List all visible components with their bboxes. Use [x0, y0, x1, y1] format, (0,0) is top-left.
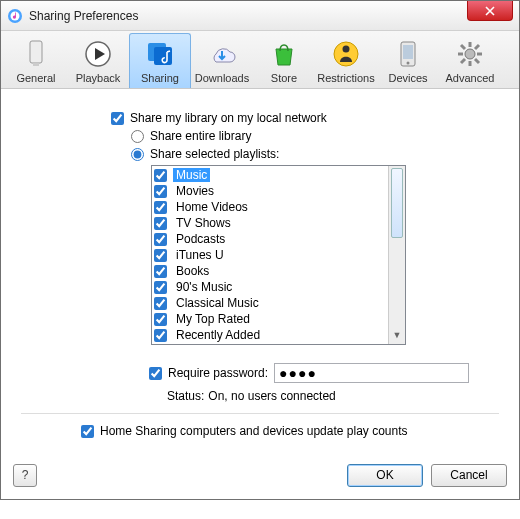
- tab-advanced[interactable]: Advanced: [439, 33, 501, 88]
- svg-rect-10: [403, 45, 413, 59]
- svg-rect-2: [30, 41, 42, 63]
- playlist-checkbox[interactable]: [154, 265, 167, 278]
- scroll-down-icon[interactable]: ▼: [389, 327, 405, 344]
- playlist-label: 90's Music: [173, 280, 235, 294]
- svg-point-8: [343, 46, 350, 53]
- ok-button[interactable]: OK: [347, 464, 423, 487]
- require-password-label: Require password:: [168, 366, 268, 380]
- sharing-icon: [144, 38, 176, 70]
- list-item[interactable]: Home Videos: [154, 199, 403, 215]
- playlist-label: Books: [173, 264, 212, 278]
- titlebar: Sharing Preferences: [1, 1, 519, 31]
- svg-rect-3: [33, 63, 39, 66]
- list-item[interactable]: Music: [154, 167, 403, 183]
- playlist-label: Podcasts: [173, 232, 228, 246]
- divider: [21, 413, 499, 414]
- close-button[interactable]: [467, 1, 513, 21]
- list-item[interactable]: 90's Music: [154, 279, 403, 295]
- tab-general[interactable]: General: [5, 33, 67, 88]
- tab-label: Sharing: [130, 72, 190, 84]
- list-item[interactable]: TV Shows: [154, 215, 403, 231]
- tab-downloads[interactable]: Downloads: [191, 33, 253, 88]
- playlist-label: Movies: [173, 184, 217, 198]
- tab-restrictions[interactable]: Restrictions: [315, 33, 377, 88]
- list-item[interactable]: Recently Added: [154, 327, 403, 343]
- status-label: Status:: [167, 389, 204, 403]
- advanced-icon: [454, 38, 486, 70]
- tab-label: Restrictions: [316, 72, 376, 84]
- list-item[interactable]: Movies: [154, 183, 403, 199]
- playlist-checkbox[interactable]: [154, 313, 167, 326]
- footer: ? OK Cancel: [1, 456, 519, 499]
- tab-store[interactable]: Store: [253, 33, 315, 88]
- playlist-checkbox[interactable]: [154, 185, 167, 198]
- playlist-checkbox[interactable]: [154, 329, 167, 342]
- svg-point-11: [407, 62, 410, 65]
- share-selected-label: Share selected playlists:: [150, 147, 279, 161]
- store-icon: [268, 38, 300, 70]
- tab-label: General: [6, 72, 66, 84]
- tab-playback[interactable]: Playback: [67, 33, 129, 88]
- playlist-label: My Top Rated: [173, 312, 253, 326]
- content-pane: Share my library on my local network Sha…: [1, 89, 519, 456]
- playlist-label: TV Shows: [173, 216, 234, 230]
- playlist-label: Classical Music: [173, 296, 262, 310]
- home-sharing-label: Home Sharing computers and devices updat…: [100, 424, 408, 438]
- password-field[interactable]: [274, 363, 469, 383]
- share-selected-radio[interactable]: [131, 148, 144, 161]
- tab-bar: General Playback Sharing Downloads Store: [1, 31, 519, 89]
- itunes-icon: [7, 8, 23, 24]
- tab-label: Store: [254, 72, 314, 84]
- list-item[interactable]: My Top Rated: [154, 311, 403, 327]
- playlist-checkbox[interactable]: [154, 169, 167, 182]
- cancel-button[interactable]: Cancel: [431, 464, 507, 487]
- playlist-checkbox[interactable]: [154, 297, 167, 310]
- svg-line-20: [461, 59, 465, 63]
- tab-label: Playback: [68, 72, 128, 84]
- svg-line-19: [475, 45, 479, 49]
- status-value: On, no users connected: [208, 389, 335, 403]
- restrictions-icon: [330, 38, 362, 70]
- home-sharing-checkbox[interactable]: [81, 425, 94, 438]
- scroll-thumb[interactable]: [391, 168, 403, 238]
- svg-line-18: [475, 59, 479, 63]
- playlist-list[interactable]: MusicMoviesHome VideosTV ShowsPodcastsiT…: [151, 165, 406, 345]
- list-item[interactable]: Classical Music: [154, 295, 403, 311]
- share-library-checkbox[interactable]: [111, 112, 124, 125]
- devices-icon: [392, 38, 424, 70]
- list-item[interactable]: Podcasts: [154, 231, 403, 247]
- playlist-checkbox[interactable]: [154, 201, 167, 214]
- playlist-checkbox[interactable]: [154, 217, 167, 230]
- share-entire-radio[interactable]: [131, 130, 144, 143]
- help-button[interactable]: ?: [13, 464, 37, 487]
- tab-label: Advanced: [440, 72, 500, 84]
- general-icon: [20, 38, 52, 70]
- list-item[interactable]: Books: [154, 263, 403, 279]
- require-password-checkbox[interactable]: [149, 367, 162, 380]
- playlist-checkbox[interactable]: [154, 281, 167, 294]
- svg-line-17: [461, 45, 465, 49]
- window-title: Sharing Preferences: [29, 9, 138, 23]
- playlist-label: Home Videos: [173, 200, 251, 214]
- tab-devices[interactable]: Devices: [377, 33, 439, 88]
- tab-sharing[interactable]: Sharing: [129, 33, 191, 88]
- playlist-checkbox[interactable]: [154, 233, 167, 246]
- playlist-checkbox[interactable]: [154, 249, 167, 262]
- preferences-window: Sharing Preferences General Playback Sha…: [0, 0, 520, 500]
- playlist-label: iTunes U: [173, 248, 227, 262]
- downloads-icon: [206, 38, 238, 70]
- tab-label: Downloads: [192, 72, 252, 84]
- playlist-label: Recently Added: [173, 328, 263, 342]
- tab-label: Devices: [378, 72, 438, 84]
- playback-icon: [82, 38, 114, 70]
- svg-point-12: [465, 49, 475, 59]
- share-library-label: Share my library on my local network: [130, 111, 327, 125]
- scrollbar[interactable]: ▲ ▼: [388, 166, 405, 344]
- share-entire-label: Share entire library: [150, 129, 251, 143]
- playlist-label: Music: [173, 168, 210, 182]
- list-item[interactable]: iTunes U: [154, 247, 403, 263]
